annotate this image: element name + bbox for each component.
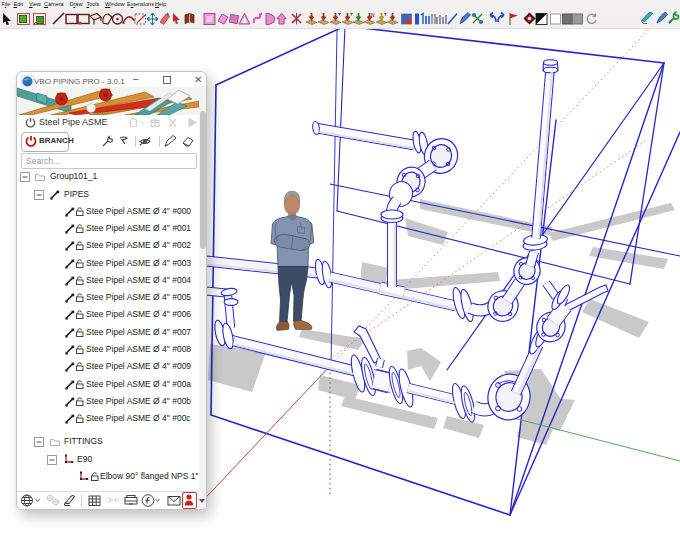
svg-text:N: N	[371, 12, 375, 18]
